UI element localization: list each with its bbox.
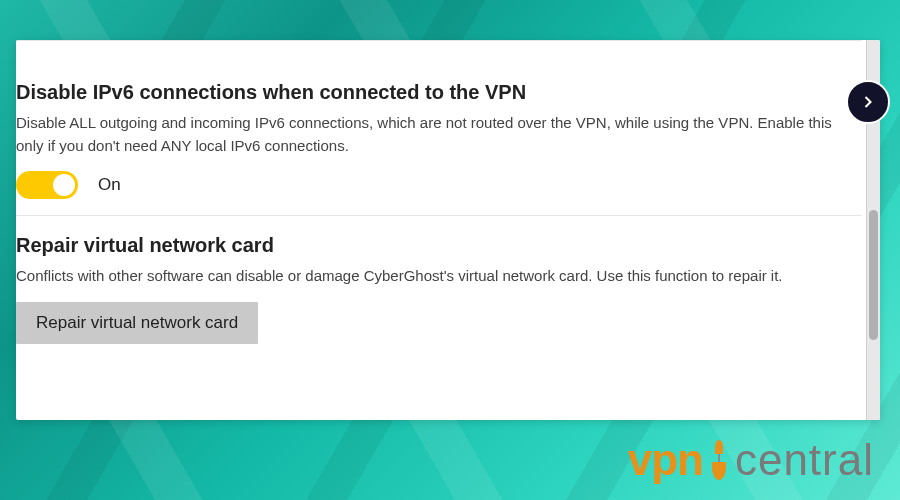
- chevron-right-icon: [858, 92, 878, 112]
- toggle-knob: [53, 174, 75, 196]
- settings-content: Disable IPv6 connections when connected …: [16, 40, 880, 360]
- section-repair-card: Repair virtual network card Conflicts wi…: [16, 215, 862, 360]
- section-desc-repair: Conflicts with other software can disabl…: [16, 265, 862, 288]
- section-desc-ipv6: Disable ALL outgoing and incoming IPv6 c…: [16, 112, 862, 157]
- scrollbar-thumb[interactable]: [869, 210, 878, 340]
- watermark-logo: vpn central: [628, 434, 874, 486]
- toggle-row-ipv6: On: [16, 171, 862, 199]
- section-title-ipv6: Disable IPv6 connections when connected …: [16, 81, 862, 104]
- toggle-ipv6[interactable]: [16, 171, 78, 199]
- nav-next-button[interactable]: [846, 80, 890, 124]
- watermark-central-text: central: [735, 435, 874, 485]
- watermark-drop-icon: [709, 434, 729, 486]
- repair-button[interactable]: Repair virtual network card: [16, 302, 258, 344]
- section-title-repair: Repair virtual network card: [16, 234, 862, 257]
- section-disable-ipv6: Disable IPv6 connections when connected …: [16, 40, 862, 215]
- watermark-vpn-text: vpn: [628, 435, 703, 485]
- settings-panel: Disable IPv6 connections when connected …: [16, 40, 880, 420]
- toggle-label-ipv6: On: [98, 175, 121, 195]
